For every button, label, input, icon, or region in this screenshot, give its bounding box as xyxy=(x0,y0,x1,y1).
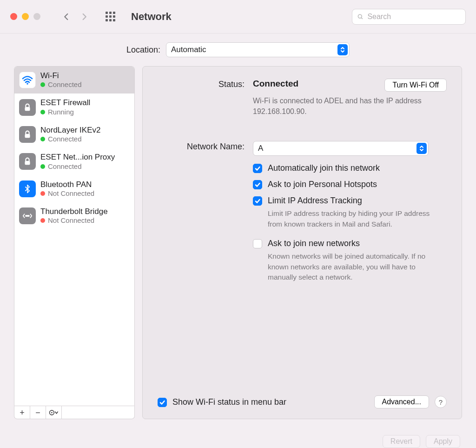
more-actions-button[interactable] xyxy=(46,406,62,419)
pane-title: Network xyxy=(131,11,172,23)
location-label: Location: xyxy=(126,45,160,55)
service-status: Running xyxy=(40,108,90,116)
sidebar: Wi-FiConnectedESET FirewallRunningNordLa… xyxy=(14,66,135,419)
service-list[interactable]: Wi-FiConnectedESET FirewallRunningNordLa… xyxy=(14,66,135,406)
checkbox-icon xyxy=(253,180,262,189)
network-name-row: Network Name: A xyxy=(158,141,447,285)
service-status: Connected xyxy=(40,135,100,143)
service-status: Not Connected xyxy=(40,189,94,198)
location-value: Automatic xyxy=(171,45,206,54)
network-name-value: A xyxy=(258,144,263,153)
ask-new-description: Known networks will be joined automatica… xyxy=(268,251,435,282)
add-service-button[interactable]: + xyxy=(14,406,30,419)
service-item-nordlayer-ikev2[interactable]: NordLayer IKEv2Connected xyxy=(14,121,134,148)
service-name: ESET Firewall xyxy=(40,98,90,107)
svg-rect-5 xyxy=(25,161,30,165)
wifi-options: Automatically join this network Ask to j… xyxy=(253,163,447,285)
ask-new-label: Ask to join new networks xyxy=(268,239,360,248)
lock-icon xyxy=(19,153,36,170)
limit-ip-description: Limit IP address tracking by hiding your… xyxy=(268,208,435,229)
svg-point-2 xyxy=(26,83,28,85)
service-item-thunderbolt-bridge[interactable]: Thunderbolt BridgeNot Connected xyxy=(14,202,134,229)
forward-button[interactable] xyxy=(79,11,90,23)
service-item-eset-net-ion-proxy[interactable]: ESET Net...ion ProxyConnected xyxy=(14,148,134,175)
remove-service-button[interactable]: − xyxy=(30,406,46,419)
svg-rect-4 xyxy=(25,134,30,138)
status-dot-icon xyxy=(40,191,45,196)
help-button[interactable]: ? xyxy=(435,396,447,408)
limit-ip-checkbox[interactable]: Limit IP Address Tracking xyxy=(253,196,447,206)
tb-icon xyxy=(19,207,36,224)
svg-point-10 xyxy=(51,412,53,413)
service-status: Connected xyxy=(40,162,115,171)
location-row: Location: Automatic xyxy=(0,33,476,66)
status-dot-icon xyxy=(40,110,45,114)
wifi-icon xyxy=(19,72,36,88)
ask-new-checkbox[interactable]: Ask to join new networks xyxy=(253,239,447,248)
checkbox-icon xyxy=(253,164,262,173)
sidebar-footer: + − xyxy=(14,406,135,419)
location-select[interactable]: Automatic xyxy=(166,42,350,57)
search-input[interactable] xyxy=(367,13,461,21)
service-item-eset-firewall[interactable]: ESET FirewallRunning xyxy=(14,94,134,120)
svg-point-0 xyxy=(358,14,362,18)
search-field[interactable] xyxy=(352,9,466,25)
window-traffic-lights xyxy=(10,13,40,20)
auto-join-label: Automatically join this network xyxy=(268,163,380,173)
revert-button[interactable]: Revert xyxy=(383,435,420,448)
limit-ip-label: Limit IP Address Tracking xyxy=(268,196,362,206)
auto-join-checkbox[interactable]: Automatically join this network xyxy=(253,163,447,173)
wifi-toggle-button[interactable]: Turn Wi-Fi Off xyxy=(384,79,447,92)
details-panel: Status: Connected Turn Wi-Fi Off Wi-Fi i… xyxy=(142,66,462,419)
bottom-bar: Revert Apply xyxy=(0,428,476,448)
service-item-bluetooth-pan[interactable]: Bluetooth PANNot Connected xyxy=(14,175,134,202)
lock-icon xyxy=(19,126,36,143)
minimize-window-button[interactable] xyxy=(22,13,29,20)
checkbox-icon xyxy=(253,196,262,206)
network-preferences-window: Network Location: Automatic Wi-FiConnect… xyxy=(0,0,476,448)
checkbox-icon xyxy=(158,398,167,407)
hotspots-label: Ask to join Personal Hotspots xyxy=(268,180,377,189)
bt-icon xyxy=(19,181,36,197)
lock-icon xyxy=(19,99,36,116)
chevron-updown-icon xyxy=(337,44,348,55)
service-name: Thunderbolt Bridge xyxy=(40,207,108,216)
service-status: Not Connected xyxy=(40,216,108,225)
status-dot-icon xyxy=(40,218,45,223)
menubar-label: Show Wi-Fi status in menu bar xyxy=(172,397,286,407)
hotspots-checkbox[interactable]: Ask to join Personal Hotspots xyxy=(253,180,447,189)
network-name-label: Network Name: xyxy=(158,141,253,285)
close-window-button[interactable] xyxy=(10,13,17,20)
status-dot-icon xyxy=(40,82,45,87)
zoom-window-button[interactable] xyxy=(33,13,40,20)
service-name: Bluetooth PAN xyxy=(40,180,94,189)
details-footer: Show Wi-Fi status in menu bar Advanced..… xyxy=(158,395,447,408)
main-area: Wi-FiConnectedESET FirewallRunningNordLa… xyxy=(0,66,476,428)
status-dot-icon xyxy=(40,164,45,169)
checkbox-icon xyxy=(253,239,262,248)
network-name-select[interactable]: A xyxy=(253,141,429,156)
search-icon xyxy=(357,13,364,20)
menubar-checkbox[interactable]: Show Wi-Fi status in menu bar xyxy=(158,397,286,407)
back-button[interactable] xyxy=(61,11,72,23)
status-label: Status: xyxy=(158,79,253,117)
status-value: Connected xyxy=(253,79,298,89)
svg-point-8 xyxy=(28,215,29,216)
service-status: Connected xyxy=(40,80,82,89)
show-all-icon[interactable] xyxy=(106,12,115,21)
service-name: NordLayer IKEv2 xyxy=(40,126,100,135)
toolbar: Network xyxy=(0,0,476,33)
status-description: Wi-Fi is connected to ADEL and has the I… xyxy=(253,95,430,117)
svg-rect-3 xyxy=(25,107,30,111)
status-dot-icon xyxy=(40,137,45,141)
chevron-updown-icon xyxy=(416,143,427,154)
service-item-wi-fi[interactable]: Wi-FiConnected xyxy=(14,67,134,94)
apply-button[interactable]: Apply xyxy=(426,435,460,448)
svg-line-1 xyxy=(361,18,363,19)
service-name: ESET Net...ion Proxy xyxy=(40,153,115,162)
service-name: Wi-Fi xyxy=(40,71,82,80)
status-row: Status: Connected Turn Wi-Fi Off Wi-Fi i… xyxy=(158,79,447,117)
advanced-button[interactable]: Advanced... xyxy=(374,395,430,408)
